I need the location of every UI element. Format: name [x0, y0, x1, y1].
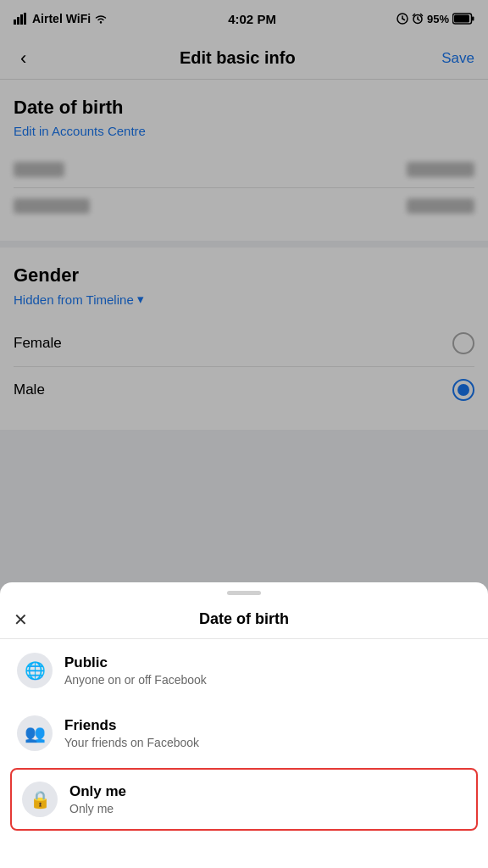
friends-icon: 👥	[17, 715, 53, 751]
friends-label: Friends	[64, 717, 199, 734]
privacy-option-only-me[interactable]: 🔒 Only me Only me	[10, 768, 478, 831]
public-icon: 🌐	[17, 653, 53, 688]
privacy-option-friends[interactable]: 👥 Friends Your friends on Facebook	[0, 702, 488, 765]
sheet-close-button[interactable]: ✕	[14, 609, 28, 630]
sheet-title: Date of birth	[199, 610, 289, 628]
bottom-sheet: ✕ Date of birth 🌐 Public Anyone on or of…	[0, 582, 488, 868]
public-text-group: Public Anyone on or off Facebook	[64, 654, 207, 687]
friends-sublabel: Your friends on Facebook	[64, 736, 199, 749]
privacy-option-public[interactable]: 🌐 Public Anyone on or off Facebook	[0, 639, 488, 702]
sheet-handle	[227, 591, 261, 595]
only-me-text-group: Only me Only me	[69, 783, 126, 815]
friends-text-group: Friends Your friends on Facebook	[64, 717, 199, 749]
lock-icon: 🔒	[22, 782, 58, 817]
public-sublabel: Anyone on or off Facebook	[64, 673, 207, 687]
only-me-label: Only me	[69, 783, 126, 800]
sheet-header: ✕ Date of birth	[0, 600, 488, 639]
only-me-sublabel: Only me	[69, 802, 126, 815]
public-label: Public	[64, 654, 207, 671]
